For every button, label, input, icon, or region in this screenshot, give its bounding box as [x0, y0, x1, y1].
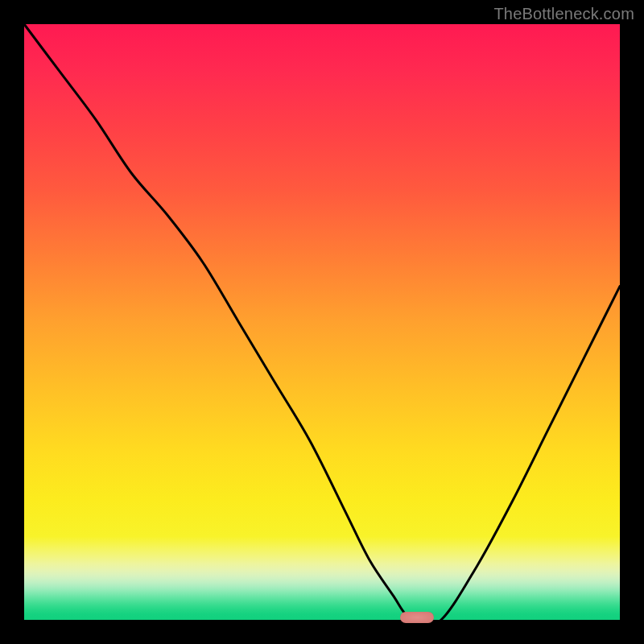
watermark-text: TheBottleneck.com [493, 5, 634, 23]
plot-area [24, 24, 620, 620]
chart-frame: TheBottleneck.com [0, 0, 644, 644]
optimal-point-marker [400, 612, 434, 623]
bottleneck-curve [24, 24, 620, 620]
